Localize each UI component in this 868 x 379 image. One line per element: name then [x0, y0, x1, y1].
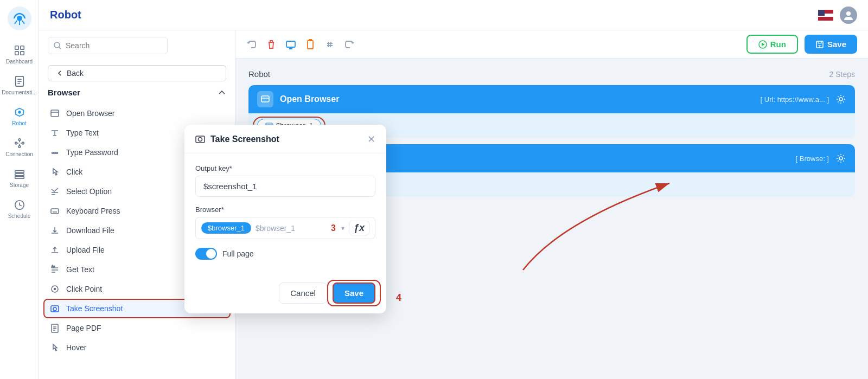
svg-rect-40	[308, 41, 313, 49]
svg-rect-18	[15, 171, 24, 173]
svg-rect-39	[286, 41, 295, 47]
sidebar-section-header: Browser	[39, 83, 235, 101]
sidebar-item-robot[interactable]: Robot	[0, 101, 39, 132]
svg-point-26	[846, 11, 851, 16]
full-page-toggle-row: Full page	[195, 248, 375, 260]
svg-point-29	[52, 152, 54, 154]
clipboard-button[interactable]	[305, 39, 316, 50]
take-screenshot-dialog: Take Screenshot ✕ Output key* Browser* $…	[184, 125, 386, 313]
svg-point-44	[839, 98, 843, 101]
toolbar-right: Run Save	[746, 35, 857, 54]
svg-point-30	[54, 152, 56, 154]
svg-rect-25	[818, 10, 825, 16]
run-button[interactable]: Run	[746, 35, 798, 54]
svg-text:A+: A+	[52, 265, 55, 268]
svg-point-14	[15, 142, 17, 144]
svg-point-13	[18, 111, 21, 113]
flag-icon	[818, 10, 833, 21]
browser-tag[interactable]: $browser_1	[201, 222, 251, 234]
sidebar-item-storage[interactable]: Storage	[0, 163, 39, 194]
svg-point-35	[54, 288, 56, 290]
dropdown-arrow-icon[interactable]: ▾	[341, 224, 344, 232]
svg-rect-28	[51, 110, 59, 117]
dialog-save-button[interactable]: Save	[333, 282, 375, 304]
step-block-header-1: Open Browser [ Url: https://www.a... ]	[248, 85, 855, 113]
svg-rect-24	[818, 17, 833, 21]
browser-placeholder: $browser_1	[256, 224, 324, 233]
svg-point-1	[17, 16, 22, 21]
dialog-title-row: Take Screenshot	[195, 134, 279, 144]
toolbar-actions	[246, 39, 355, 50]
hash-button[interactable]	[324, 39, 335, 50]
annotation-4: 4	[396, 292, 401, 304]
user-avatar[interactable]	[840, 7, 857, 24]
svg-rect-5	[15, 46, 18, 49]
undo-button[interactable]	[246, 39, 257, 50]
svg-rect-20	[15, 177, 24, 179]
svg-point-16	[18, 139, 21, 141]
content-row: Back Browser Open Browser Type Text	[39, 30, 868, 379]
svg-point-27	[54, 42, 60, 48]
top-bar: Robot	[39, 0, 868, 30]
sidebar-item-dashboard[interactable]: Dashboard	[0, 39, 39, 70]
redo-button[interactable]	[344, 39, 355, 50]
screen-button[interactable]	[285, 39, 296, 50]
main-container: Robot	[39, 0, 868, 379]
page-title: Robot	[50, 9, 81, 21]
svg-rect-43	[261, 96, 269, 102]
svg-rect-8	[20, 52, 23, 55]
take-screenshot-icon	[50, 304, 60, 313]
app-logo	[8, 7, 31, 33]
annotation-3: 3	[331, 223, 336, 233]
svg-rect-7	[15, 52, 18, 55]
output-key-label: Output key*	[195, 164, 375, 172]
left-nav: Dashboard Documentati... Robot Connectio…	[0, 0, 39, 379]
search-wrap	[48, 37, 226, 54]
dialog-close-button[interactable]: ✕	[367, 133, 375, 145]
step-block-icon-1	[257, 91, 273, 107]
toggle-knob	[206, 249, 216, 259]
sidebar-item-hover[interactable]: Hover	[39, 338, 235, 357]
browser-field: $browser_1 $browser_1 3 ▾ ƒx	[195, 217, 375, 239]
robot-header: Robot 2 Steps	[248, 69, 855, 79]
sidebar-item-page-pdf[interactable]: Page PDF	[39, 318, 235, 338]
browser-label: Browser*	[195, 205, 375, 214]
svg-rect-32	[51, 209, 59, 214]
svg-point-48	[839, 157, 843, 160]
sidebar-item-open-browser[interactable]: Open Browser	[39, 104, 235, 123]
back-button[interactable]: Back	[48, 65, 226, 81]
svg-point-17	[18, 146, 21, 148]
dialog-title-icon	[195, 134, 205, 144]
full-page-label: Full page	[222, 249, 254, 258]
dialog-header: Take Screenshot ✕	[184, 125, 386, 153]
svg-point-37	[53, 307, 56, 311]
output-key-input[interactable]	[195, 176, 375, 197]
save-button[interactable]: Save	[805, 35, 857, 54]
svg-point-15	[22, 142, 24, 144]
svg-point-52	[199, 138, 202, 142]
dialog-footer: Cancel Save 4	[184, 275, 386, 313]
svg-rect-6	[20, 46, 23, 49]
fx-button[interactable]: ƒx	[349, 221, 369, 235]
sidebar-item-documentation[interactable]: Documentati...	[0, 70, 39, 101]
dialog-cancel-button[interactable]: Cancel	[279, 282, 327, 304]
toolbar: Run Save	[235, 30, 868, 59]
step1-gear-icon[interactable]	[835, 94, 846, 105]
svg-rect-19	[15, 174, 24, 176]
sidebar-item-connection[interactable]: Connection	[0, 132, 39, 163]
svg-point-31	[56, 152, 58, 154]
search-input[interactable]	[48, 37, 168, 54]
delete-button[interactable]	[266, 39, 277, 50]
section-collapse-icon[interactable]	[218, 88, 226, 97]
full-page-toggle[interactable]	[195, 248, 217, 260]
step2-gear-icon[interactable]	[835, 153, 846, 164]
dialog-body: Output key* Browser* $browser_1 $browser…	[184, 153, 386, 275]
sidebar-item-schedule[interactable]: Schedule	[0, 194, 39, 224]
dialog-save-wrapper: Save	[333, 282, 375, 304]
sidebar-search-container	[39, 30, 235, 61]
